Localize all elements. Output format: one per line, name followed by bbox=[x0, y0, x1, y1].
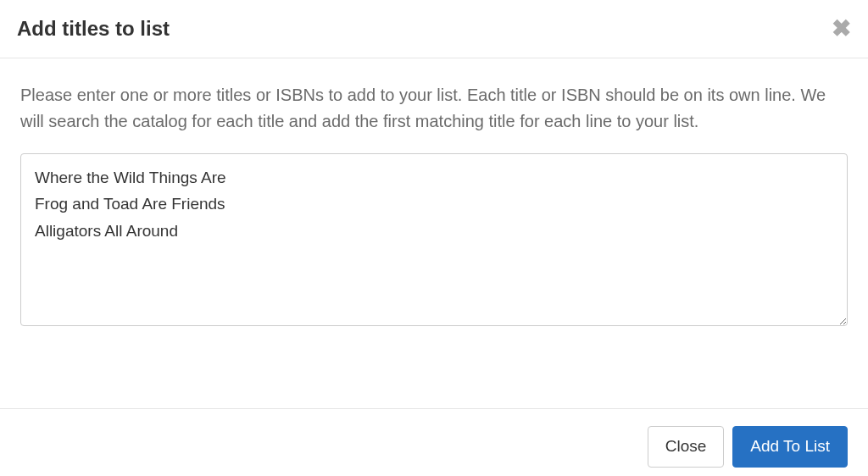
add-titles-modal: Add titles to list ✖ Please enter one or… bbox=[0, 0, 868, 476]
close-icon[interactable]: ✖ bbox=[832, 17, 851, 41]
modal-header: Add titles to list ✖ bbox=[0, 0, 868, 58]
modal-body: Please enter one or more titles or ISBNs… bbox=[0, 58, 868, 408]
modal-title: Add titles to list bbox=[17, 17, 170, 41]
modal-footer: Close Add To List bbox=[0, 408, 868, 476]
titles-textarea[interactable] bbox=[20, 153, 848, 326]
add-to-list-button[interactable]: Add To List bbox=[732, 426, 848, 468]
instructions-text: Please enter one or more titles or ISBNs… bbox=[20, 82, 848, 135]
close-button[interactable]: Close bbox=[648, 426, 725, 468]
